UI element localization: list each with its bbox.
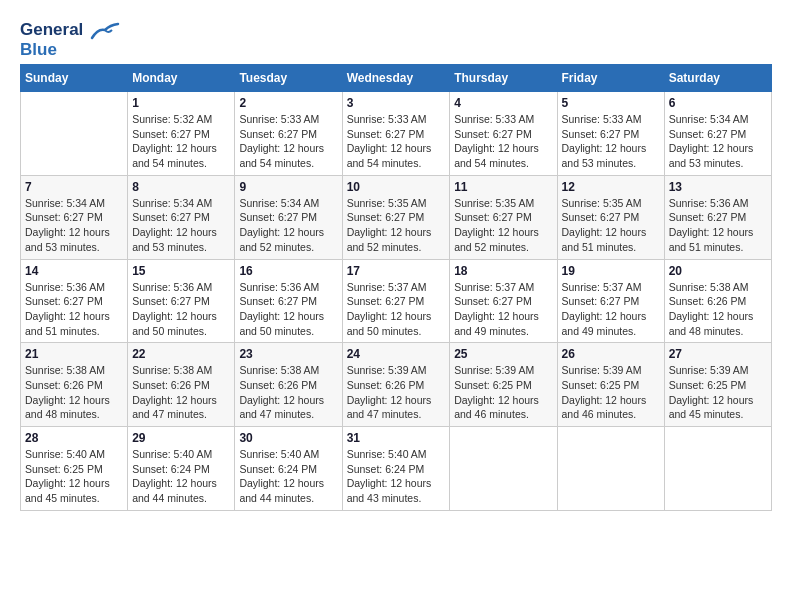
calendar-cell: 13Sunrise: 5:36 AM Sunset: 6:27 PM Dayli… <box>664 175 771 259</box>
day-number: 28 <box>25 431 123 445</box>
calendar-cell: 9Sunrise: 5:34 AM Sunset: 6:27 PM Daylig… <box>235 175 342 259</box>
calendar-cell: 10Sunrise: 5:35 AM Sunset: 6:27 PM Dayli… <box>342 175 450 259</box>
day-info: Sunrise: 5:33 AM Sunset: 6:27 PM Dayligh… <box>562 112 660 171</box>
day-number: 17 <box>347 264 446 278</box>
day-number: 10 <box>347 180 446 194</box>
day-number: 20 <box>669 264 767 278</box>
calendar-cell: 18Sunrise: 5:37 AM Sunset: 6:27 PM Dayli… <box>450 259 557 343</box>
day-number: 14 <box>25 264 123 278</box>
calendar-cell: 15Sunrise: 5:36 AM Sunset: 6:27 PM Dayli… <box>128 259 235 343</box>
day-info: Sunrise: 5:34 AM Sunset: 6:27 PM Dayligh… <box>25 196 123 255</box>
day-number: 25 <box>454 347 552 361</box>
day-info: Sunrise: 5:40 AM Sunset: 6:24 PM Dayligh… <box>347 447 446 506</box>
calendar-week-row: 1Sunrise: 5:32 AM Sunset: 6:27 PM Daylig… <box>21 92 772 176</box>
day-number: 4 <box>454 96 552 110</box>
logo: General Blue <box>20 20 120 60</box>
day-info: Sunrise: 5:37 AM Sunset: 6:27 PM Dayligh… <box>347 280 446 339</box>
page-header: General Blue <box>20 20 772 60</box>
calendar-cell: 6Sunrise: 5:34 AM Sunset: 6:27 PM Daylig… <box>664 92 771 176</box>
logo-text: General Blue <box>20 20 120 60</box>
day-number: 26 <box>562 347 660 361</box>
day-info: Sunrise: 5:37 AM Sunset: 6:27 PM Dayligh… <box>454 280 552 339</box>
day-info: Sunrise: 5:33 AM Sunset: 6:27 PM Dayligh… <box>239 112 337 171</box>
day-info: Sunrise: 5:35 AM Sunset: 6:27 PM Dayligh… <box>347 196 446 255</box>
calendar-cell <box>21 92 128 176</box>
calendar-cell <box>557 427 664 511</box>
calendar-cell: 27Sunrise: 5:39 AM Sunset: 6:25 PM Dayli… <box>664 343 771 427</box>
day-info: Sunrise: 5:34 AM Sunset: 6:27 PM Dayligh… <box>132 196 230 255</box>
day-info: Sunrise: 5:33 AM Sunset: 6:27 PM Dayligh… <box>347 112 446 171</box>
day-number: 23 <box>239 347 337 361</box>
day-info: Sunrise: 5:39 AM Sunset: 6:26 PM Dayligh… <box>347 363 446 422</box>
calendar-cell: 4Sunrise: 5:33 AM Sunset: 6:27 PM Daylig… <box>450 92 557 176</box>
day-number: 27 <box>669 347 767 361</box>
day-number: 30 <box>239 431 337 445</box>
day-info: Sunrise: 5:38 AM Sunset: 6:26 PM Dayligh… <box>25 363 123 422</box>
day-info: Sunrise: 5:36 AM Sunset: 6:27 PM Dayligh… <box>669 196 767 255</box>
calendar-cell: 3Sunrise: 5:33 AM Sunset: 6:27 PM Daylig… <box>342 92 450 176</box>
calendar-cell: 28Sunrise: 5:40 AM Sunset: 6:25 PM Dayli… <box>21 427 128 511</box>
day-number: 29 <box>132 431 230 445</box>
calendar-cell: 17Sunrise: 5:37 AM Sunset: 6:27 PM Dayli… <box>342 259 450 343</box>
day-info: Sunrise: 5:35 AM Sunset: 6:27 PM Dayligh… <box>454 196 552 255</box>
calendar-cell: 1Sunrise: 5:32 AM Sunset: 6:27 PM Daylig… <box>128 92 235 176</box>
day-number: 31 <box>347 431 446 445</box>
day-number: 16 <box>239 264 337 278</box>
calendar-week-row: 28Sunrise: 5:40 AM Sunset: 6:25 PM Dayli… <box>21 427 772 511</box>
day-number: 1 <box>132 96 230 110</box>
calendar-cell: 20Sunrise: 5:38 AM Sunset: 6:26 PM Dayli… <box>664 259 771 343</box>
calendar-cell: 26Sunrise: 5:39 AM Sunset: 6:25 PM Dayli… <box>557 343 664 427</box>
calendar-header-row: SundayMondayTuesdayWednesdayThursdayFrid… <box>21 65 772 92</box>
day-number: 7 <box>25 180 123 194</box>
calendar-cell: 8Sunrise: 5:34 AM Sunset: 6:27 PM Daylig… <box>128 175 235 259</box>
day-number: 19 <box>562 264 660 278</box>
day-number: 11 <box>454 180 552 194</box>
day-info: Sunrise: 5:38 AM Sunset: 6:26 PM Dayligh… <box>239 363 337 422</box>
day-info: Sunrise: 5:38 AM Sunset: 6:26 PM Dayligh… <box>132 363 230 422</box>
day-number: 18 <box>454 264 552 278</box>
day-info: Sunrise: 5:32 AM Sunset: 6:27 PM Dayligh… <box>132 112 230 171</box>
day-info: Sunrise: 5:37 AM Sunset: 6:27 PM Dayligh… <box>562 280 660 339</box>
calendar-cell: 25Sunrise: 5:39 AM Sunset: 6:25 PM Dayli… <box>450 343 557 427</box>
column-header-monday: Monday <box>128 65 235 92</box>
calendar-cell: 29Sunrise: 5:40 AM Sunset: 6:24 PM Dayli… <box>128 427 235 511</box>
calendar-week-row: 7Sunrise: 5:34 AM Sunset: 6:27 PM Daylig… <box>21 175 772 259</box>
day-number: 13 <box>669 180 767 194</box>
calendar-cell: 2Sunrise: 5:33 AM Sunset: 6:27 PM Daylig… <box>235 92 342 176</box>
day-info: Sunrise: 5:34 AM Sunset: 6:27 PM Dayligh… <box>669 112 767 171</box>
day-info: Sunrise: 5:40 AM Sunset: 6:24 PM Dayligh… <box>132 447 230 506</box>
day-info: Sunrise: 5:36 AM Sunset: 6:27 PM Dayligh… <box>132 280 230 339</box>
column-header-saturday: Saturday <box>664 65 771 92</box>
day-number: 24 <box>347 347 446 361</box>
day-number: 6 <box>669 96 767 110</box>
day-info: Sunrise: 5:36 AM Sunset: 6:27 PM Dayligh… <box>25 280 123 339</box>
calendar-cell: 12Sunrise: 5:35 AM Sunset: 6:27 PM Dayli… <box>557 175 664 259</box>
day-info: Sunrise: 5:35 AM Sunset: 6:27 PM Dayligh… <box>562 196 660 255</box>
day-number: 12 <box>562 180 660 194</box>
calendar-cell: 31Sunrise: 5:40 AM Sunset: 6:24 PM Dayli… <box>342 427 450 511</box>
day-number: 3 <box>347 96 446 110</box>
calendar-cell: 19Sunrise: 5:37 AM Sunset: 6:27 PM Dayli… <box>557 259 664 343</box>
calendar-cell: 16Sunrise: 5:36 AM Sunset: 6:27 PM Dayli… <box>235 259 342 343</box>
logo-bird-icon <box>90 20 120 42</box>
calendar-cell: 7Sunrise: 5:34 AM Sunset: 6:27 PM Daylig… <box>21 175 128 259</box>
calendar-week-row: 21Sunrise: 5:38 AM Sunset: 6:26 PM Dayli… <box>21 343 772 427</box>
day-info: Sunrise: 5:40 AM Sunset: 6:24 PM Dayligh… <box>239 447 337 506</box>
calendar-cell: 11Sunrise: 5:35 AM Sunset: 6:27 PM Dayli… <box>450 175 557 259</box>
calendar-cell: 22Sunrise: 5:38 AM Sunset: 6:26 PM Dayli… <box>128 343 235 427</box>
day-info: Sunrise: 5:40 AM Sunset: 6:25 PM Dayligh… <box>25 447 123 506</box>
calendar-cell: 14Sunrise: 5:36 AM Sunset: 6:27 PM Dayli… <box>21 259 128 343</box>
calendar-week-row: 14Sunrise: 5:36 AM Sunset: 6:27 PM Dayli… <box>21 259 772 343</box>
column-header-tuesday: Tuesday <box>235 65 342 92</box>
column-header-sunday: Sunday <box>21 65 128 92</box>
calendar-table: SundayMondayTuesdayWednesdayThursdayFrid… <box>20 64 772 511</box>
calendar-cell: 30Sunrise: 5:40 AM Sunset: 6:24 PM Dayli… <box>235 427 342 511</box>
calendar-cell: 5Sunrise: 5:33 AM Sunset: 6:27 PM Daylig… <box>557 92 664 176</box>
day-number: 21 <box>25 347 123 361</box>
calendar-cell <box>450 427 557 511</box>
calendar-cell: 24Sunrise: 5:39 AM Sunset: 6:26 PM Dayli… <box>342 343 450 427</box>
day-info: Sunrise: 5:36 AM Sunset: 6:27 PM Dayligh… <box>239 280 337 339</box>
calendar-cell: 23Sunrise: 5:38 AM Sunset: 6:26 PM Dayli… <box>235 343 342 427</box>
day-info: Sunrise: 5:33 AM Sunset: 6:27 PM Dayligh… <box>454 112 552 171</box>
day-number: 9 <box>239 180 337 194</box>
